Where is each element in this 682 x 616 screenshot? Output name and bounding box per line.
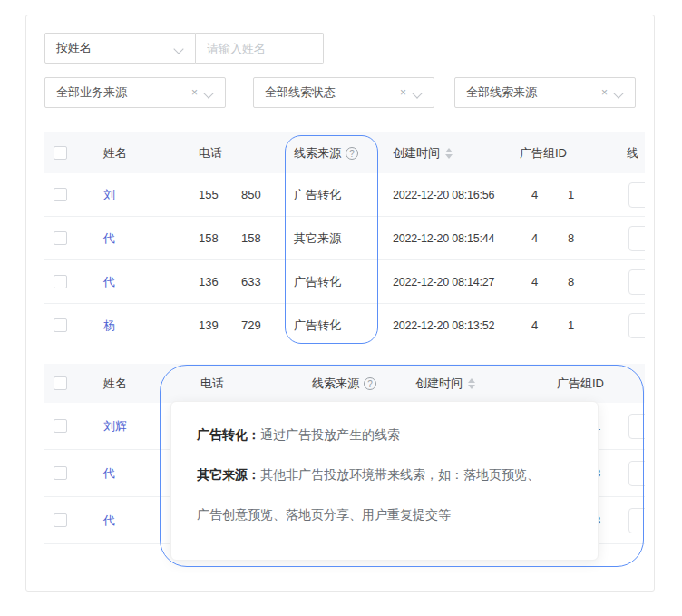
chevron-down-icon — [205, 88, 214, 97]
search-filter-group: 按姓名 — [44, 33, 324, 64]
created-time: 2022-12-20 08:16:56 — [393, 173, 494, 216]
select-all-checkbox[interactable] — [54, 146, 67, 160]
chevron-down-icon — [615, 88, 624, 97]
lead-status-select[interactable] — [628, 269, 645, 295]
ad-id: 1 — [568, 304, 574, 347]
lead-status-select[interactable] — [628, 226, 645, 251]
row-checkbox[interactable] — [54, 188, 67, 201]
col-created: 创建时间 — [415, 364, 475, 403]
lead-source-value: 广告转化 — [294, 304, 341, 347]
lead-name-link[interactable]: 刘 — [103, 173, 115, 216]
col-created: 创建时间 — [393, 132, 453, 173]
lead-name-link[interactable]: 代 — [103, 217, 115, 259]
sort-icon[interactable] — [445, 148, 453, 159]
col-source: 线索来源 — [312, 364, 376, 403]
chevron-down-icon — [414, 88, 423, 97]
table-row: 代 158 158 其它来源 2022-12-20 08:15:44 4 8 — [44, 217, 645, 260]
row-checkbox[interactable] — [54, 231, 67, 245]
select-all-checkbox[interactable] — [54, 376, 67, 390]
phone-part: 158 — [199, 217, 219, 259]
search-field-select[interactable]: 按姓名 — [44, 33, 196, 64]
lead-name-link[interactable]: 刘辉 — [103, 403, 127, 449]
tooltip-line: 其它来源：其他非广告投放环境带来线索，如：落地页预览、 — [197, 455, 572, 494]
page: 按姓名 全部业务来源 × 全部线索状态 × 全部线索来源 × — [0, 0, 682, 616]
filter-tag-label: 全部业务来源 — [56, 84, 189, 101]
filter-tag-label: 全部线索来源 — [466, 84, 599, 101]
lead-source-value: 其它来源 — [294, 217, 341, 259]
lead-source-value: 广告转化 — [294, 260, 341, 303]
row-checkbox[interactable] — [54, 318, 67, 332]
col-source: 线索来源 — [294, 132, 358, 173]
table-row: 杨 139 729 广告转化 2022-12-20 08:13:52 4 1 — [44, 304, 645, 347]
clear-tag-icon[interactable]: × — [191, 86, 198, 99]
phone-part: 158 — [241, 217, 261, 259]
lead-source-tooltip: 广告转化：通过广告投放产生的线索 其它来源：其他非广告投放环境带来线索，如：落地… — [170, 401, 599, 561]
lead-name-link[interactable]: 代 — [103, 450, 115, 496]
col-name: 姓名 — [103, 132, 127, 173]
row-checkbox[interactable] — [54, 513, 67, 527]
question-circle-icon[interactable] — [364, 377, 376, 390]
col-phone: 电话 — [200, 364, 224, 403]
phone-part: 136 — [199, 260, 219, 303]
table-row: 代 136 633 广告转化 2022-12-20 08:14:27 4 8 — [44, 260, 645, 304]
lead-status-select[interactable] — [628, 461, 645, 486]
col-adgroup-id: 广告组ID — [520, 132, 567, 173]
tooltip-line: 广告创意预览、落地页分享、用户重复提交等 — [197, 494, 572, 534]
lead-source-value: 广告转化 — [294, 173, 341, 216]
created-time: 2022-12-20 08:15:44 — [393, 217, 494, 259]
lead-status-select[interactable] — [628, 182, 645, 208]
row-checkbox[interactable] — [54, 275, 67, 288]
lead-status-select[interactable] — [628, 313, 645, 338]
adgroup-id: 4 — [531, 173, 538, 216]
phone-part: 139 — [199, 304, 219, 347]
created-time: 2022-12-20 08:13:52 — [393, 304, 494, 347]
ad-id: 8 — [568, 217, 574, 259]
phone-part: 155 — [199, 173, 219, 216]
table-header: 姓名 电话 线索来源 创建时间 广告组ID — [44, 364, 645, 403]
tooltip-line: 广告转化：通过广告投放产生的线索 — [197, 415, 572, 455]
search-input[interactable] — [196, 33, 324, 64]
clear-tag-icon[interactable]: × — [601, 86, 608, 99]
col-lead-status: 线 — [627, 132, 638, 173]
question-circle-icon[interactable] — [346, 147, 358, 160]
created-time: 2022-12-20 08:14:27 — [393, 260, 494, 303]
row-checkbox[interactable] — [54, 419, 67, 433]
phone-part: 729 — [241, 304, 261, 347]
leads-table-1: 姓名 电话 线索来源 创建时间 广告组ID 线 刘 155 850 广告转化 2… — [44, 132, 645, 364]
table-header: 姓名 电话 线索来源 创建时间 广告组ID 线 — [44, 132, 645, 173]
adgroup-id: 4 — [531, 304, 538, 347]
phone-part: 850 — [241, 173, 261, 216]
phone-part: 633 — [241, 260, 261, 303]
col-adgroup-id: 广告组ID — [557, 364, 604, 403]
col-phone: 电话 — [199, 132, 222, 173]
adgroup-id: 4 — [531, 217, 538, 259]
search-field-value: 按姓名 — [56, 40, 175, 56]
filter-lead-source[interactable]: 全部线索来源 × — [454, 77, 636, 108]
ad-id: 8 — [568, 260, 574, 303]
lead-name-link[interactable]: 杨 — [103, 304, 115, 347]
row-checkbox[interactable] — [54, 466, 67, 480]
clear-tag-icon[interactable]: × — [400, 86, 406, 99]
col-name: 姓名 — [103, 364, 127, 403]
filter-business-source[interactable]: 全部业务来源 × — [44, 77, 226, 108]
lead-name-link[interactable]: 代 — [103, 260, 115, 303]
lead-status-select[interactable] — [628, 508, 645, 533]
sort-icon[interactable] — [468, 378, 475, 389]
table-row: 刘 155 850 广告转化 2022-12-20 08:16:56 4 1 — [44, 173, 645, 217]
lead-name-link[interactable]: 代 — [103, 497, 115, 543]
adgroup-id: 4 — [531, 260, 538, 303]
ad-id: 1 — [568, 173, 574, 216]
chevron-down-icon — [175, 44, 184, 53]
filter-tag-label: 全部线索状态 — [265, 84, 397, 101]
lead-status-select[interactable] — [628, 414, 645, 439]
filter-lead-status[interactable]: 全部线索状态 × — [253, 77, 434, 108]
